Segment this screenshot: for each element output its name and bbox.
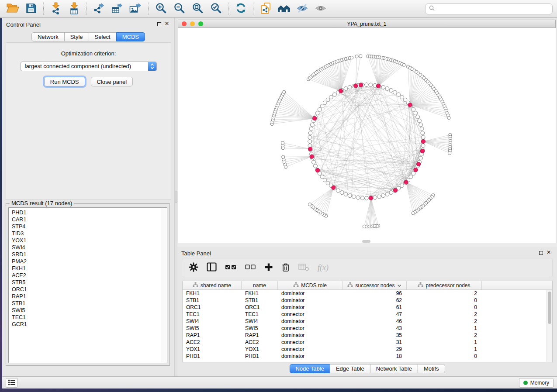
- mcds-result-item[interactable]: SRD1: [12, 251, 167, 258]
- table-row[interactable]: PHD1PHD1dominator180: [183, 353, 552, 360]
- delete-table-icon: [298, 263, 309, 272]
- network-hscroll-thumb[interactable]: [362, 240, 370, 243]
- column-header-shared-name[interactable]: shared name: [183, 281, 242, 289]
- mcds-result-item[interactable]: GCR1: [12, 321, 167, 328]
- mcds-result-item[interactable]: STB1: [12, 300, 167, 307]
- new-network-from-selection-button[interactable]: [256, 0, 275, 17]
- select-stepper-icon: [148, 62, 156, 71]
- show-networks-list-button[interactable]: [6, 378, 18, 388]
- network-window-titlebar[interactable]: YPA_prune.txt_1: [178, 20, 556, 28]
- table-cell: dominator: [278, 318, 343, 324]
- zoom-in-button[interactable]: [152, 0, 170, 17]
- horizontal-splitter[interactable]: [177, 243, 557, 247]
- float-panel-icon[interactable]: [157, 22, 161, 26]
- table-scrollbar-thumb[interactable]: [548, 292, 551, 324]
- tab-network[interactable]: Network: [31, 32, 65, 41]
- column-header-predecessor-nodes[interactable]: predecessor nodes: [407, 281, 482, 289]
- first-neighbors-button[interactable]: [275, 0, 293, 17]
- table-settings-button[interactable]: [189, 262, 198, 273]
- mcds-result-item[interactable]: SWI5: [12, 307, 167, 314]
- delete-column-button[interactable]: [281, 262, 290, 273]
- status-bar: Memory: [2, 376, 557, 389]
- open-session-button[interactable]: [3, 0, 22, 17]
- network-graph[interactable]: [178, 28, 556, 243]
- table-cell: RAP1: [183, 332, 242, 338]
- tab-style[interactable]: Style: [64, 32, 89, 41]
- export-network-button[interactable]: [90, 0, 108, 17]
- table-row[interactable]: ORC1ORC1dominator610: [183, 304, 552, 311]
- mcds-result-item[interactable]: YOX1: [12, 237, 167, 244]
- tab-node-table[interactable]: Node Table: [289, 364, 330, 373]
- table-row[interactable]: ACE2ACE2connector311: [183, 339, 552, 346]
- table-panel-title: Table Panel: [181, 250, 211, 257]
- column-header-label: predecessor nodes: [426, 282, 470, 289]
- column-header-successor-nodes[interactable]: successor nodes: [343, 281, 407, 289]
- select-all-button[interactable]: [225, 264, 237, 272]
- search-input[interactable]: [437, 5, 549, 12]
- table-row[interactable]: FKH1FKH1dominator962: [183, 290, 552, 297]
- table-cell: connector: [278, 311, 343, 317]
- deselect-all-button[interactable]: [245, 264, 256, 272]
- create-column-icon: [264, 263, 273, 273]
- refresh-button[interactable]: [232, 0, 250, 17]
- mcds-result-item[interactable]: ORC1: [12, 286, 167, 293]
- main-toolbar: [0, 0, 557, 18]
- mcds-result-item[interactable]: ACE2: [12, 272, 167, 279]
- close-panel-icon[interactable]: ✕: [547, 249, 551, 255]
- table-cell: 2: [407, 290, 482, 296]
- mcds-result-item[interactable]: TID3: [12, 230, 167, 237]
- run-mcds-button[interactable]: Run MCDS: [44, 77, 85, 86]
- table-cell: 2: [407, 311, 482, 317]
- network-canvas[interactable]: [178, 28, 556, 243]
- zoom-selected-button[interactable]: [207, 0, 225, 17]
- mcds-result-item[interactable]: TEC1: [12, 314, 167, 321]
- toolbar-separator: [228, 3, 228, 15]
- table-scrollbar[interactable]: [547, 290, 552, 362]
- save-session-button[interactable]: [22, 0, 40, 17]
- mcds-result-item[interactable]: RAP1: [12, 293, 167, 300]
- column-header-MCDS-role[interactable]: MCDS role: [278, 281, 343, 289]
- memory-button[interactable]: Memory: [519, 378, 554, 388]
- table-row[interactable]: SWI5SWI5connector431: [183, 325, 552, 332]
- table-row[interactable]: STB1STB1dominator620: [183, 297, 552, 304]
- tab-network-table[interactable]: Network Table: [370, 364, 418, 373]
- toolbar-separator: [253, 3, 253, 15]
- close-panel-button[interactable]: Close panel: [91, 77, 133, 86]
- import-table-button[interactable]: [65, 0, 83, 17]
- create-column-button[interactable]: [264, 263, 273, 273]
- mcds-result-item[interactable]: STB5: [12, 279, 167, 286]
- show-column-panel-button[interactable]: [207, 262, 217, 273]
- hide-selected-button[interactable]: [293, 0, 311, 17]
- table-row[interactable]: SWI4SWI4dominator462: [183, 318, 552, 325]
- table-cell: 43: [343, 325, 407, 331]
- zoom-fit-button[interactable]: [188, 0, 207, 17]
- tab-select[interactable]: Select: [89, 32, 117, 41]
- mcds-result-list[interactable]: PHD1CAR1STP4TID3YOX1SWI4SRD1PMA2FKH1ACE2…: [8, 207, 167, 363]
- optimization-criterion-select[interactable]: largest connected component (undirected): [21, 62, 157, 71]
- close-panel-icon[interactable]: ✕: [165, 21, 169, 27]
- float-panel-icon[interactable]: [539, 251, 543, 255]
- column-header-name[interactable]: name: [242, 281, 278, 289]
- table-row[interactable]: TEC1TEC1connector472: [183, 311, 552, 318]
- mcds-result-item[interactable]: PHD1: [12, 209, 167, 216]
- mcds-result-item[interactable]: FKH1: [12, 265, 167, 272]
- mcds-result-item[interactable]: PMA2: [12, 258, 167, 265]
- tab-edge-table[interactable]: Edge Table: [330, 364, 370, 373]
- table-row[interactable]: RAP1RAP1dominator352: [183, 332, 552, 339]
- table-cell: 61: [343, 304, 407, 310]
- mcds-result-item[interactable]: STP4: [12, 223, 167, 230]
- table-cell: RAP1: [242, 332, 278, 338]
- tab-motifs[interactable]: Motifs: [418, 364, 445, 373]
- export-table-button[interactable]: [108, 0, 127, 17]
- import-network-button[interactable]: [47, 0, 65, 17]
- mcds-list-scrollbar[interactable]: [162, 208, 166, 362]
- tab-mcds[interactable]: MCDS: [116, 32, 145, 41]
- search-box[interactable]: [425, 3, 553, 14]
- zoom-out-button[interactable]: [170, 0, 188, 17]
- table-cell: dominator: [278, 290, 343, 296]
- table-row[interactable]: YOX1YOX1connector291: [183, 346, 552, 353]
- show-all-button[interactable]: [311, 0, 330, 17]
- export-image-button[interactable]: [127, 0, 145, 17]
- mcds-result-item[interactable]: CAR1: [12, 216, 167, 223]
- mcds-result-item[interactable]: SWI4: [12, 244, 167, 251]
